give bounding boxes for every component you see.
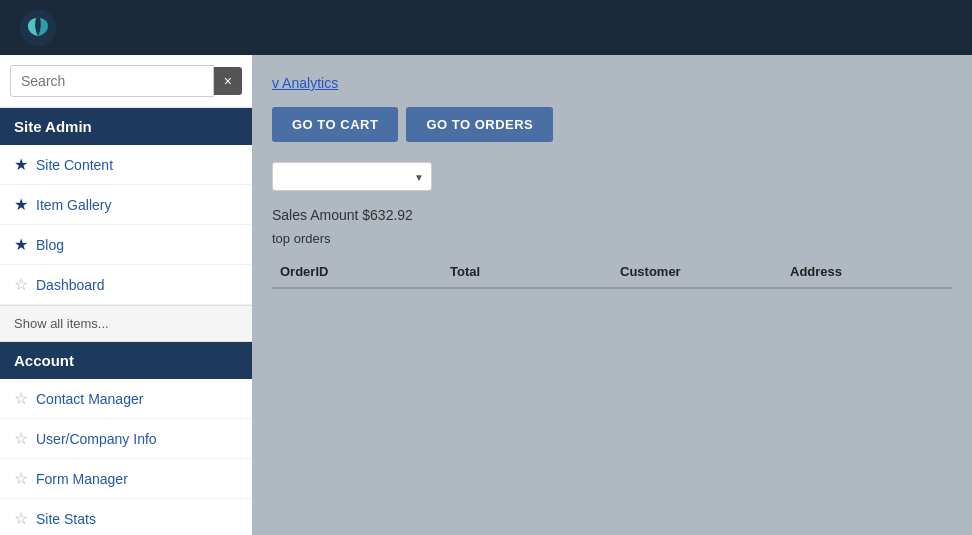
star-empty-icon: ☆	[14, 509, 28, 528]
dropdown-row: ▼	[272, 162, 952, 191]
sidebar-item-site-stats[interactable]: ☆ Site Stats	[0, 499, 252, 535]
sidebar-item-blog[interactable]: ★ Blog	[0, 225, 252, 265]
period-dropdown[interactable]	[272, 162, 432, 191]
logo-icon	[16, 6, 60, 50]
sidebar-item-form-manager[interactable]: ☆ Form Manager	[0, 459, 252, 499]
sales-amount: Sales Amount $632.92	[272, 207, 952, 223]
main-content: v Analytics GO TO CART GO TO ORDERS ▼ Sa…	[252, 55, 972, 535]
account-section-header: Account	[0, 342, 252, 379]
search-input[interactable]	[10, 65, 214, 97]
sidebar-item-item-gallery[interactable]: ★ Item Gallery	[0, 185, 252, 225]
table-col-customer: Customer	[612, 264, 782, 279]
sales-value: 632.92	[370, 207, 413, 223]
star-empty-icon: ☆	[14, 389, 28, 408]
table-col-orderid: OrderID	[272, 264, 442, 279]
go-to-orders-button[interactable]: GO TO ORDERS	[406, 107, 553, 142]
top-orders-label: top orders	[272, 231, 952, 246]
dropdown-wrapper: ▼	[272, 162, 432, 191]
svg-point-0	[20, 10, 56, 46]
star-filled-icon: ★	[14, 155, 28, 174]
sidebar: × Site Admin ★ Site Content ★ Item Galle…	[0, 55, 252, 535]
star-empty-icon: ☆	[14, 429, 28, 448]
star-empty-icon: ☆	[14, 469, 28, 488]
sales-label: Sales Amount $	[272, 207, 370, 223]
star-filled-icon: ★	[14, 235, 28, 254]
site-admin-section-header: Site Admin	[0, 108, 252, 145]
search-clear-button[interactable]: ×	[214, 67, 242, 95]
table-col-address: Address	[782, 264, 952, 279]
go-to-cart-button[interactable]: GO TO CART	[272, 107, 398, 142]
search-container: ×	[0, 55, 252, 108]
star-filled-icon: ★	[14, 195, 28, 214]
star-empty-icon: ☆	[14, 275, 28, 294]
sidebar-item-contact-manager[interactable]: ☆ Contact Manager	[0, 379, 252, 419]
sidebar-item-user-company-info[interactable]: ☆ User/Company Info	[0, 419, 252, 459]
sidebar-item-site-content[interactable]: ★ Site Content	[0, 145, 252, 185]
table-header: OrderID Total Customer Address	[272, 256, 952, 289]
sidebar-item-dashboard[interactable]: ☆ Dashboard	[0, 265, 252, 305]
analytics-link[interactable]: v Analytics	[272, 75, 952, 91]
site-admin-show-all-button[interactable]: Show all items...	[0, 305, 252, 342]
buttons-row: GO TO CART GO TO ORDERS	[272, 107, 952, 142]
table-col-total: Total	[442, 264, 612, 279]
header-bar	[0, 0, 972, 55]
